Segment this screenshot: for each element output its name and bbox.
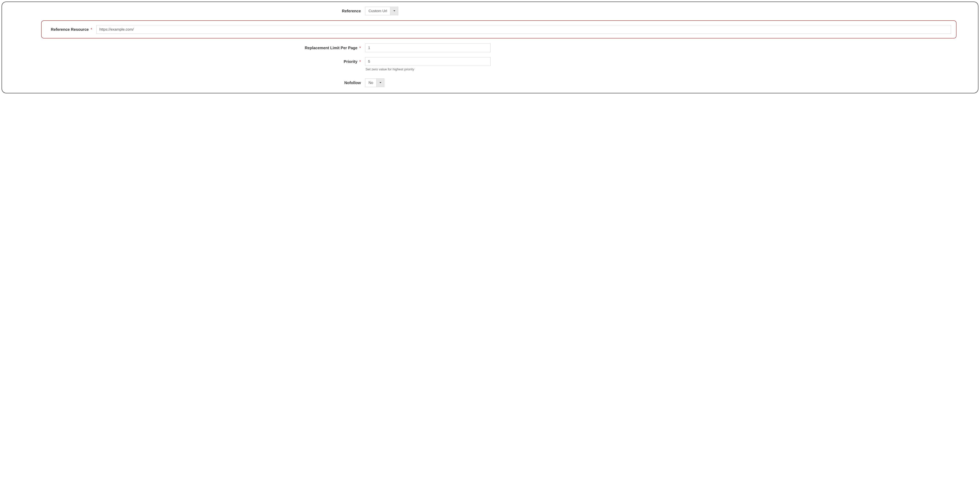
reference-select[interactable]: Custom Url [365,7,398,15]
priority-input[interactable] [365,57,491,66]
priority-help-text: Set zero value for highest priority [365,67,970,72]
reference-select-value: Custom Url [365,7,390,15]
nofollow-select-toggle[interactable] [376,79,384,87]
required-asterisk-icon: * [91,27,92,32]
replacement-limit-row: Replacement Limit Per Page * [10,43,970,52]
reference-select-toggle[interactable] [390,7,398,15]
nofollow-select[interactable]: No [365,78,384,87]
required-asterisk-icon: * [359,59,361,64]
reference-resource-label: Reference Resource [51,27,89,32]
nofollow-label: Nofollow [10,81,365,85]
nofollow-row: Nofollow No [10,78,970,87]
reference-row: Reference Custom Url [10,7,970,15]
reference-label: Reference [10,9,365,13]
replacement-limit-input[interactable] [365,43,491,52]
chevron-down-icon [393,10,396,12]
required-asterisk-icon: * [359,46,361,50]
replacement-limit-label: Replacement Limit Per Page [305,46,358,50]
reference-resource-row: Reference Resource * [41,21,956,38]
reference-resource-input[interactable] [96,25,951,34]
priority-label: Priority [344,59,358,64]
nofollow-select-value: No [365,79,376,87]
priority-row: Priority * [10,57,970,66]
chevron-down-icon [379,82,382,84]
settings-panel: Reference Custom Url Reference Resource … [2,2,978,93]
